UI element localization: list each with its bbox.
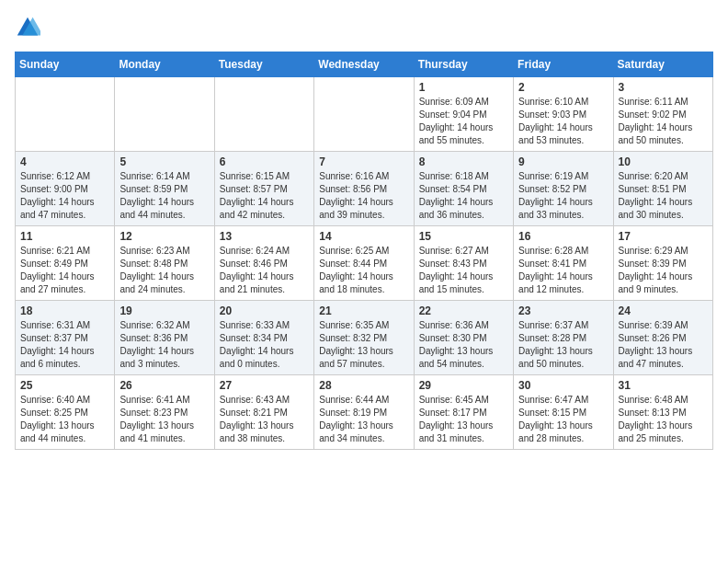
day-number: 24 xyxy=(619,304,708,317)
day-info: Sunrise: 6:40 AM Sunset: 8:25 PM Dayligh… xyxy=(20,394,109,445)
day-number: 27 xyxy=(220,379,309,392)
day-info: Sunrise: 6:10 AM Sunset: 9:03 PM Dayligh… xyxy=(518,96,608,147)
calendar-cell: 16Sunrise: 6:28 AM Sunset: 8:41 PM Dayli… xyxy=(514,226,613,301)
calendar-cell: 29Sunrise: 6:45 AM Sunset: 8:17 PM Dayli… xyxy=(414,375,513,450)
calendar-cell: 11Sunrise: 6:21 AM Sunset: 8:49 PM Dayli… xyxy=(16,226,115,301)
day-number: 1 xyxy=(419,81,508,94)
calendar-cell: 7Sunrise: 6:16 AM Sunset: 8:56 PM Daylig… xyxy=(314,152,414,226)
day-info: Sunrise: 6:11 AM Sunset: 9:02 PM Dayligh… xyxy=(619,96,708,147)
day-number: 8 xyxy=(419,155,508,168)
calendar-cell: 27Sunrise: 6:43 AM Sunset: 8:21 PM Dayli… xyxy=(214,375,313,450)
day-number: 5 xyxy=(119,155,209,168)
day-number: 31 xyxy=(619,379,708,392)
day-number: 12 xyxy=(119,230,209,243)
day-info: Sunrise: 6:15 AM Sunset: 8:57 PM Dayligh… xyxy=(220,170,309,222)
day-info: Sunrise: 6:27 AM Sunset: 8:43 PM Dayligh… xyxy=(419,245,508,296)
calendar-cell: 14Sunrise: 6:25 AM Sunset: 8:44 PM Dayli… xyxy=(314,226,414,301)
calendar-week-1: 4Sunrise: 6:12 AM Sunset: 9:00 PM Daylig… xyxy=(16,152,713,226)
calendar-cell: 30Sunrise: 6:47 AM Sunset: 8:15 PM Dayli… xyxy=(514,375,613,450)
calendar-cell: 10Sunrise: 6:20 AM Sunset: 8:51 PM Dayli… xyxy=(613,152,712,226)
day-info: Sunrise: 6:16 AM Sunset: 8:56 PM Dayligh… xyxy=(319,170,408,222)
header-thursday: Thursday xyxy=(414,52,513,77)
day-info: Sunrise: 6:09 AM Sunset: 9:04 PM Dayligh… xyxy=(419,96,508,147)
calendar-cell: 28Sunrise: 6:44 AM Sunset: 8:19 PM Dayli… xyxy=(314,375,414,450)
logo-icon xyxy=(15,15,40,40)
calendar-cell: 20Sunrise: 6:33 AM Sunset: 8:34 PM Dayli… xyxy=(214,301,313,375)
calendar-cell: 18Sunrise: 6:31 AM Sunset: 8:37 PM Dayli… xyxy=(16,301,115,375)
day-number: 17 xyxy=(619,230,708,243)
day-number: 19 xyxy=(119,304,209,317)
header-sunday: Sunday xyxy=(16,52,115,77)
header-tuesday: Tuesday xyxy=(214,52,313,77)
calendar-cell xyxy=(314,77,414,152)
day-info: Sunrise: 6:33 AM Sunset: 8:34 PM Dayligh… xyxy=(220,319,309,371)
day-number: 13 xyxy=(220,230,309,243)
day-number: 29 xyxy=(419,379,508,392)
calendar-cell: 22Sunrise: 6:36 AM Sunset: 8:30 PM Dayli… xyxy=(414,301,513,375)
day-info: Sunrise: 6:14 AM Sunset: 8:59 PM Dayligh… xyxy=(119,170,209,222)
calendar-cell: 17Sunrise: 6:29 AM Sunset: 8:39 PM Dayli… xyxy=(613,226,712,301)
day-number: 15 xyxy=(419,230,508,243)
day-number: 3 xyxy=(619,81,708,94)
day-number: 14 xyxy=(319,230,408,243)
header-monday: Monday xyxy=(115,52,214,77)
day-number: 30 xyxy=(518,379,608,392)
calendar-cell: 12Sunrise: 6:23 AM Sunset: 8:48 PM Dayli… xyxy=(115,226,214,301)
day-number: 25 xyxy=(20,379,109,392)
calendar-week-2: 11Sunrise: 6:21 AM Sunset: 8:49 PM Dayli… xyxy=(16,226,713,301)
header-friday: Friday xyxy=(514,52,613,77)
calendar-cell xyxy=(16,77,115,152)
header-wednesday: Wednesday xyxy=(314,52,414,77)
day-info: Sunrise: 6:24 AM Sunset: 8:46 PM Dayligh… xyxy=(220,245,309,296)
calendar-cell: 2Sunrise: 6:10 AM Sunset: 9:03 PM Daylig… xyxy=(514,77,613,152)
day-number: 16 xyxy=(518,230,608,243)
day-number: 26 xyxy=(119,379,209,392)
header-saturday: Saturday xyxy=(613,52,712,77)
calendar-week-0: 1Sunrise: 6:09 AM Sunset: 9:04 PM Daylig… xyxy=(16,77,713,152)
calendar-cell: 21Sunrise: 6:35 AM Sunset: 8:32 PM Dayli… xyxy=(314,301,414,375)
calendar-cell: 5Sunrise: 6:14 AM Sunset: 8:59 PM Daylig… xyxy=(115,152,214,226)
day-number: 6 xyxy=(220,155,309,168)
calendar-table: SundayMondayTuesdayWednesdayThursdayFrid… xyxy=(15,52,713,450)
calendar-cell: 25Sunrise: 6:40 AM Sunset: 8:25 PM Dayli… xyxy=(16,375,115,450)
day-info: Sunrise: 6:35 AM Sunset: 8:32 PM Dayligh… xyxy=(319,319,408,371)
logo xyxy=(15,15,44,40)
day-info: Sunrise: 6:47 AM Sunset: 8:15 PM Dayligh… xyxy=(518,394,608,445)
calendar-cell: 6Sunrise: 6:15 AM Sunset: 8:57 PM Daylig… xyxy=(214,152,313,226)
calendar-cell: 23Sunrise: 6:37 AM Sunset: 8:28 PM Dayli… xyxy=(514,301,613,375)
calendar-cell: 4Sunrise: 6:12 AM Sunset: 9:00 PM Daylig… xyxy=(16,152,115,226)
day-number: 9 xyxy=(518,155,608,168)
day-number: 7 xyxy=(319,155,408,168)
day-info: Sunrise: 6:44 AM Sunset: 8:19 PM Dayligh… xyxy=(319,394,408,445)
day-number: 23 xyxy=(518,304,608,317)
calendar-cell: 15Sunrise: 6:27 AM Sunset: 8:43 PM Dayli… xyxy=(414,226,513,301)
day-info: Sunrise: 6:45 AM Sunset: 8:17 PM Dayligh… xyxy=(419,394,508,445)
calendar-header-row: SundayMondayTuesdayWednesdayThursdayFrid… xyxy=(16,52,713,77)
calendar-cell xyxy=(115,77,214,152)
calendar-cell: 9Sunrise: 6:19 AM Sunset: 8:52 PM Daylig… xyxy=(514,152,613,226)
day-info: Sunrise: 6:41 AM Sunset: 8:23 PM Dayligh… xyxy=(119,394,209,445)
calendar-cell xyxy=(214,77,313,152)
calendar-cell: 1Sunrise: 6:09 AM Sunset: 9:04 PM Daylig… xyxy=(414,77,513,152)
calendar-cell: 31Sunrise: 6:48 AM Sunset: 8:13 PM Dayli… xyxy=(613,375,712,450)
day-info: Sunrise: 6:23 AM Sunset: 8:48 PM Dayligh… xyxy=(119,245,209,296)
day-info: Sunrise: 6:20 AM Sunset: 8:51 PM Dayligh… xyxy=(619,170,708,222)
day-info: Sunrise: 6:28 AM Sunset: 8:41 PM Dayligh… xyxy=(518,245,608,296)
day-info: Sunrise: 6:43 AM Sunset: 8:21 PM Dayligh… xyxy=(220,394,309,445)
day-number: 20 xyxy=(220,304,309,317)
day-number: 22 xyxy=(419,304,508,317)
calendar-cell: 8Sunrise: 6:18 AM Sunset: 8:54 PM Daylig… xyxy=(414,152,513,226)
day-info: Sunrise: 6:18 AM Sunset: 8:54 PM Dayligh… xyxy=(419,170,508,222)
calendar-week-4: 25Sunrise: 6:40 AM Sunset: 8:25 PM Dayli… xyxy=(16,375,713,450)
calendar-cell: 24Sunrise: 6:39 AM Sunset: 8:26 PM Dayli… xyxy=(613,301,712,375)
day-info: Sunrise: 6:12 AM Sunset: 9:00 PM Dayligh… xyxy=(20,170,109,222)
day-number: 21 xyxy=(319,304,408,317)
day-number: 4 xyxy=(20,155,109,168)
calendar-cell: 19Sunrise: 6:32 AM Sunset: 8:36 PM Dayli… xyxy=(115,301,214,375)
day-info: Sunrise: 6:21 AM Sunset: 8:49 PM Dayligh… xyxy=(20,245,109,296)
day-info: Sunrise: 6:39 AM Sunset: 8:26 PM Dayligh… xyxy=(619,319,708,371)
day-info: Sunrise: 6:37 AM Sunset: 8:28 PM Dayligh… xyxy=(518,319,608,371)
day-number: 28 xyxy=(319,379,408,392)
day-info: Sunrise: 6:36 AM Sunset: 8:30 PM Dayligh… xyxy=(419,319,508,371)
day-info: Sunrise: 6:32 AM Sunset: 8:36 PM Dayligh… xyxy=(119,319,209,371)
